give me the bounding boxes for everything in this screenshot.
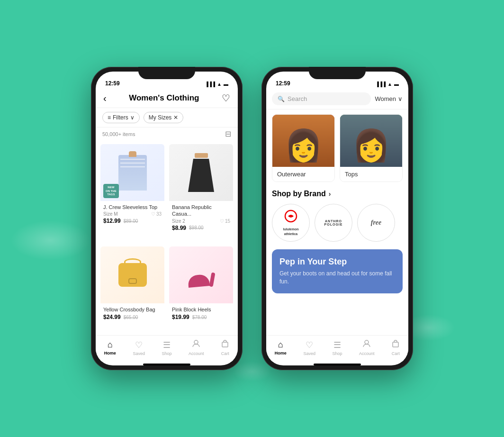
price-original-skirt: $98.00 — [189, 225, 204, 230]
remove-size-icon[interactable]: ✕ — [173, 114, 178, 121]
price-original-bag: $65.00 — [124, 315, 138, 320]
home-label-left: Home — [104, 351, 116, 355]
nav-home-left[interactable]: ⌂ Home — [104, 340, 116, 355]
promo-title: Pep in Your Step — [279, 257, 395, 267]
product-name-heels: Pink Block Heels — [172, 306, 230, 313]
shop-label-right: Shop — [332, 351, 342, 356]
product-card-top[interactable]: NEWON THETAGS J. Crew Sleeveless Top Siz… — [100, 144, 164, 242]
product-card-skirt[interactable]: Banana Republic Casua... Size 2 ♡ 15 $8.… — [169, 144, 233, 242]
svg-point-0 — [194, 340, 198, 344]
new-tag: NEWON THETAGS — [103, 184, 119, 198]
product-info-top: J. Crew Sleeveless Top Size M ♡ 33 $12.9… — [100, 201, 164, 226]
brand-anthropologie[interactable]: ANTHROPOLOGIE — [315, 204, 352, 242]
product-grid: NEWON THETAGS J. Crew Sleeveless Top Siz… — [96, 140, 238, 335]
nav-home-right[interactable]: ⌂ Home — [275, 340, 287, 355]
status-time-left: 12:59 — [105, 80, 120, 87]
cart-label-right: Cart — [392, 351, 400, 356]
nav-cart-right[interactable]: Cart — [391, 339, 400, 356]
category-nav: ‹ Women's Clothing ♡ — [96, 89, 238, 108]
price-original-heels: $78.00 — [192, 315, 207, 320]
product-price-row-top: $12.99 $89.00 — [103, 218, 162, 224]
product-price-row-bag: $24.99 $65.00 — [103, 314, 162, 320]
status-icons-right: ▐▐▐ ▲ ▬ — [376, 82, 399, 87]
product-card-bag[interactable]: Yellow Crossbody Bag $24.99 $65.00 — [100, 246, 164, 331]
nav-shop-left[interactable]: ☰ Shop — [162, 340, 171, 356]
shop-by-brand-arrow[interactable]: › — [329, 190, 331, 198]
product-image-top: NEWON THETAGS — [100, 144, 164, 201]
product-card-heels[interactable]: Pink Block Heels $19.99 $78.00 — [169, 246, 233, 331]
account-label-right: Account — [359, 351, 375, 356]
home-icon-right: ⌂ — [278, 340, 283, 350]
nav-shop-right[interactable]: ☰ Shop — [332, 340, 342, 356]
bag-illustration — [118, 263, 147, 287]
product-info-bag: Yellow Crossbody Bag $24.99 $65.00 — [100, 303, 164, 322]
nav-saved-left[interactable]: ♡ Saved — [133, 340, 145, 356]
lululemon-logo — [284, 209, 297, 225]
brand-free-people[interactable]: free — [357, 204, 395, 242]
search-header: 🔍 Search Women ∨ — [266, 89, 408, 109]
product-size-row-top: Size M ♡ 33 — [103, 211, 162, 217]
filters-button[interactable]: ≡ Filters ∨ — [102, 112, 140, 123]
status-icons-left: ▐▐▐ ▲ ▬ — [205, 82, 228, 87]
product-name-bag: Yellow Crossbody Bag — [103, 306, 162, 313]
my-sizes-tag[interactable]: My Sizes ✕ — [144, 112, 184, 123]
nav-cart-left[interactable]: Cart — [221, 339, 229, 356]
nav-account-left[interactable]: Account — [189, 339, 204, 356]
category-card-tops[interactable]: 👩 Tops — [340, 114, 403, 182]
product-image-skirt — [169, 144, 233, 201]
right-screen: 12:59 ▐▐▐ ▲ ▬ 🔍 Search Women ∨ — [266, 72, 408, 365]
bottom-nav-right: ⌂ Home ♡ Saved ☰ Shop — [266, 335, 408, 362]
heart-icon-skirt: ♡ — [220, 218, 224, 224]
product-price-row-heels: $19.99 $78.00 — [172, 314, 230, 320]
filter-bar: ≡ Filters ∨ My Sizes ✕ — [96, 108, 238, 127]
my-sizes-label: My Sizes — [149, 114, 172, 121]
women-dropdown[interactable]: Women ∨ — [375, 95, 403, 102]
nav-account-right[interactable]: Account — [359, 339, 375, 356]
search-box[interactable]: 🔍 Search — [272, 92, 371, 105]
brand-lululemon[interactable]: lululemonathletica — [272, 204, 310, 242]
home-icon-left: ⌂ — [108, 340, 113, 350]
left-screen: 12:59 ▐▐▐ ▲ ▬ ‹ Women's Clothing ♡ ≡ — [96, 72, 238, 365]
svg-rect-1 — [222, 342, 228, 347]
status-time-right: 12:59 — [276, 80, 290, 87]
heart-icon-top: ♡ — [151, 211, 155, 217]
product-info-skirt: Banana Republic Casua... Size 2 ♡ 15 $8.… — [169, 201, 233, 233]
svg-point-3 — [365, 340, 369, 344]
category-image-outerwear: 👩 — [272, 115, 334, 167]
outerwear-label: Outerwear — [272, 167, 334, 182]
favorite-button[interactable]: ♡ — [222, 92, 230, 104]
promo-subtitle: Get your boots on and head out for some … — [279, 270, 395, 286]
skirt-illustration — [188, 159, 214, 192]
page-title: Women's Clothing — [129, 93, 199, 103]
nav-saved-right[interactable]: ♡ Saved — [303, 340, 315, 356]
grid-view-icon[interactable]: ⊟ — [225, 129, 231, 138]
cart-icon-right — [391, 339, 400, 350]
product-size-top: Size M — [103, 211, 118, 217]
promo-banner[interactable]: Pep in Your Step Get your boots on and h… — [272, 249, 403, 293]
shop-by-brand-header: Shop by Brand › — [272, 190, 403, 198]
dropdown-arrow-icon: ∨ — [398, 95, 403, 102]
women-label: Women — [375, 95, 396, 102]
likes-count-top: 33 — [156, 211, 162, 217]
category-card-outerwear[interactable]: 👩 Outerwear — [272, 114, 335, 182]
svg-rect-4 — [393, 342, 398, 347]
items-count: 50,000+ items — [102, 131, 135, 137]
category-grid: 👩 Outerwear 👩 Top — [272, 114, 403, 182]
account-label-left: Account — [189, 351, 204, 356]
shop-icon-left: ☰ — [163, 340, 171, 350]
search-input[interactable]: Search — [288, 95, 307, 102]
right-screen-content: 🔍 Search Women ∨ — [266, 89, 408, 365]
filter-dropdown-icon: ∨ — [130, 114, 135, 121]
shop-label-left: Shop — [162, 351, 171, 356]
back-button[interactable]: ‹ — [103, 93, 107, 104]
left-phone-frame: 12:59 ▐▐▐ ▲ ▬ ‹ Women's Clothing ♡ ≡ — [91, 67, 243, 370]
right-phone-frame: 12:59 ▐▐▐ ▲ ▬ 🔍 Search Women ∨ — [261, 67, 413, 370]
product-size-row-skirt: Size 2 ♡ 15 — [172, 218, 230, 224]
anthropologie-logo: ANTHROPOLOGIE — [324, 219, 343, 226]
price-current-heels: $19.99 — [172, 314, 189, 320]
home-indicator-right — [314, 364, 361, 365]
shop-icon-right: ☰ — [333, 340, 341, 350]
filters-label: Filters — [113, 114, 128, 121]
left-phone: 12:59 ▐▐▐ ▲ ▬ ‹ Women's Clothing ♡ ≡ — [91, 67, 243, 370]
product-price-row-skirt: $8.99 $98.00 — [172, 225, 230, 231]
